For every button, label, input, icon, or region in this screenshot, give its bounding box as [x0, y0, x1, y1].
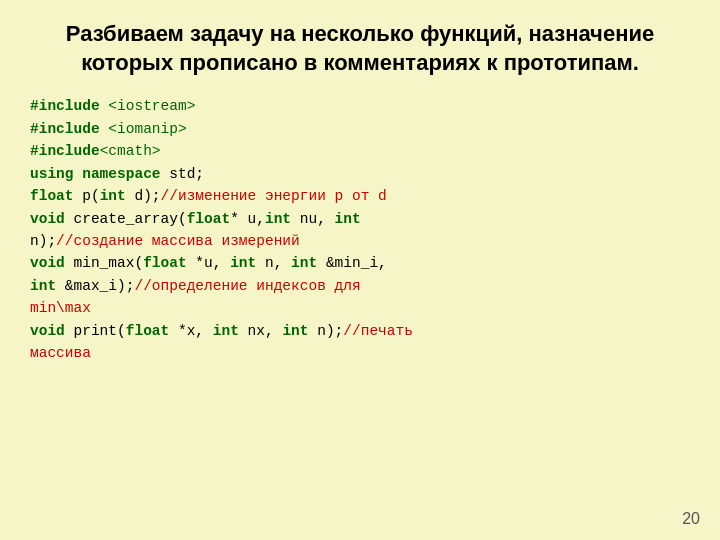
code-line-1: #include <iostream> [30, 95, 690, 117]
code-line-11: void print(float *x, int nx, int n);//пе… [30, 320, 690, 342]
text-n1: n); [30, 233, 56, 249]
code-line-9: int &max_i);//определение индексов для [30, 275, 690, 297]
keyword-include-1: #include [30, 98, 108, 114]
comment-4: //печать [343, 323, 413, 339]
text-std: std; [169, 166, 204, 182]
slide: Разбиваем задачу на несколько функций, н… [0, 0, 720, 540]
code-line-12: массива [30, 342, 690, 364]
text-star-u: * u, [230, 211, 265, 227]
keyword-int-7: int [213, 323, 248, 339]
code-line-10: min\max [30, 297, 690, 319]
text-print: print( [74, 323, 126, 339]
text-d: d); [134, 188, 160, 204]
text-min-max: min_max( [74, 255, 144, 271]
code-line-5: float p(int d);//изменение энергии p от … [30, 185, 690, 207]
keyword-int-2: int [265, 211, 300, 227]
tag-iomanip: <iomanip> [108, 121, 186, 137]
slide-title: Разбиваем задачу на несколько функций, н… [30, 20, 690, 77]
comment-2: //создание массива измерений [56, 233, 300, 249]
keyword-int-3: int [335, 211, 361, 227]
text-star-u2: *u, [195, 255, 230, 271]
text-nx: nx, [248, 323, 283, 339]
keyword-void-2: void [30, 255, 74, 271]
text-max-i: &max_i); [65, 278, 135, 294]
comment-1: //изменение энергии p от d [161, 188, 387, 204]
text-min-i: &min_i, [326, 255, 387, 271]
keyword-float-2: float [187, 211, 231, 227]
keyword-namespace: namespace [82, 166, 169, 182]
text-star-x: *x, [178, 323, 213, 339]
text-n2: n, [265, 255, 291, 271]
keyword-float-3: float [143, 255, 195, 271]
keyword-int-4: int [230, 255, 265, 271]
text-n3: n); [317, 323, 343, 339]
tag-cmath: <cmath> [100, 143, 161, 159]
keyword-include-3: #include [30, 143, 100, 159]
tag-iostream: <iostream> [108, 98, 195, 114]
keyword-int-8: int [282, 323, 317, 339]
page-number: 20 [682, 510, 700, 528]
keyword-int-6: int [30, 278, 65, 294]
keyword-int-5: int [291, 255, 326, 271]
comment-3: //определение индексов для [134, 278, 360, 294]
keyword-float-1: float [30, 188, 82, 204]
keyword-void-1: void [30, 211, 74, 227]
keyword-float-4: float [126, 323, 178, 339]
keyword-using: using [30, 166, 82, 182]
keyword-void-3: void [30, 323, 74, 339]
comment-minmax: min\max [30, 300, 91, 316]
code-line-7: n);//создание массива измерений [30, 230, 690, 252]
keyword-int-1: int [100, 188, 135, 204]
text-nu: nu, [300, 211, 335, 227]
text-create-array: create_array( [74, 211, 187, 227]
code-line-6: void create_array(float* u,int nu, int [30, 208, 690, 230]
code-block: #include <iostream> #include <iomanip> #… [30, 95, 690, 365]
text-p: p( [82, 188, 99, 204]
code-line-2: #include <iomanip> [30, 118, 690, 140]
code-line-3: #include<cmath> [30, 140, 690, 162]
code-line-4: using namespace std; [30, 163, 690, 185]
comment-massiva: массива [30, 345, 91, 361]
keyword-include-2: #include [30, 121, 108, 137]
code-line-8: void min_max(float *u, int n, int &min_i… [30, 252, 690, 274]
